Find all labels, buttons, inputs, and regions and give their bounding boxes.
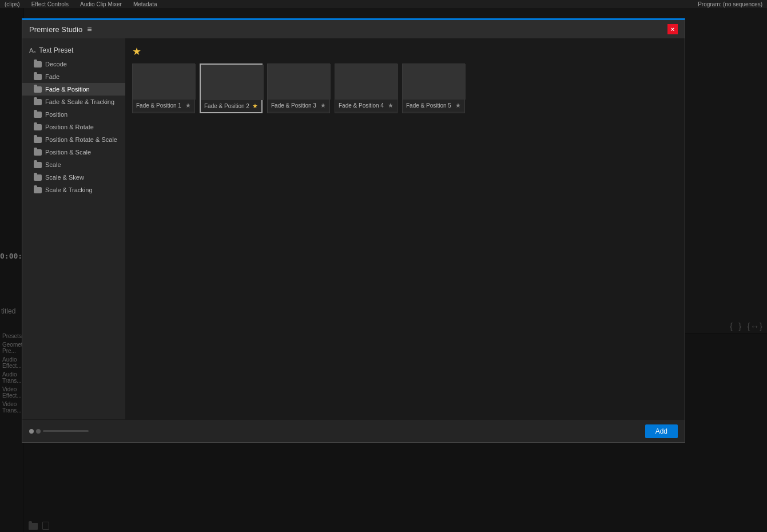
preset-thumbnail-2 xyxy=(201,65,264,100)
folder-icon-scale-tracking xyxy=(34,187,42,193)
folder-icon-scale-skew xyxy=(34,174,42,181)
dialog-title-text: Premiere Studio xyxy=(29,25,82,34)
sidebar-label-scale-tracking: Scale & Tracking xyxy=(45,186,93,193)
sidebar-item-fade-scale-tracking[interactable]: Fade & Scale & Tracking xyxy=(22,96,125,108)
main-content: ★ Fade & Position 1 ★ xyxy=(125,38,685,419)
preset-card-2[interactable]: Fade & Position 2 ★ xyxy=(200,63,263,113)
dialog-close-button[interactable]: × xyxy=(667,24,678,34)
preset-name-4: Fade & Position 4 xyxy=(339,102,384,109)
preset-name-1: Fade & Position 1 xyxy=(136,102,181,109)
sidebar-label-scale: Scale xyxy=(45,161,61,168)
sidebar-label-fade: Fade xyxy=(45,73,59,80)
preset-thumbnail-4 xyxy=(335,64,398,100)
sidebar-label-position: Position xyxy=(45,111,67,118)
folder-icon-decode xyxy=(34,61,42,68)
sidebar-item-position-rotate[interactable]: Position & Rotate xyxy=(22,121,125,133)
preset-thumbnail-5 xyxy=(403,64,466,100)
sidebar-label-scale-skew: Scale & Skew xyxy=(45,174,84,181)
zoom-slider[interactable] xyxy=(43,430,89,432)
preset-name-2: Fade & Position 2 xyxy=(204,103,249,109)
top-bar-program[interactable]: Program: (no sequences) xyxy=(698,1,762,7)
sidebar-label-fade-position: Fade & Position xyxy=(45,86,90,93)
top-bar-effect-controls[interactable]: Effect Controls xyxy=(31,1,69,7)
sidebar-item-fade-position[interactable]: Fade & Position xyxy=(22,83,125,96)
sidebar-label-fade-scale-tracking: Fade & Scale & Tracking xyxy=(45,98,114,105)
preset-card-4[interactable]: Fade & Position 4 ★ xyxy=(335,63,398,113)
preset-label-1: Fade & Position 1 ★ xyxy=(133,100,194,112)
app-top-bar: (clips) Effect Controls Audio Clip Mixer… xyxy=(0,0,767,8)
presets-grid: Fade & Position 1 ★ Fade & Position 2 ★ xyxy=(132,63,678,113)
sidebar-label-position-rotate-scale: Position & Rotate & Scale xyxy=(45,136,117,143)
folder-icon-scale xyxy=(34,162,42,168)
top-bar-metadata[interactable]: Metadata xyxy=(133,1,157,7)
preset-card-1[interactable]: Fade & Position 1 ★ xyxy=(132,63,195,113)
sidebar-label-decode: Decode xyxy=(45,61,67,68)
pagination-dot-2 xyxy=(36,429,41,434)
preset-name-5: Fade & Position 5 xyxy=(406,102,451,109)
folder-icon-position-rotate-scale xyxy=(34,137,42,143)
sidebar-item-scale[interactable]: Scale xyxy=(22,158,125,171)
sidebar-item-scale-tracking[interactable]: Scale & Tracking xyxy=(22,184,125,196)
preset-label-4: Fade & Position 4 ★ xyxy=(335,100,397,112)
preset-card-5[interactable]: Fade & Position 5 ★ xyxy=(402,63,465,113)
dialog-title: Premiere Studio ≡ xyxy=(29,25,92,34)
dialog-overlay: Premiere Studio ≡ × Aₐ Text Preset Decod… xyxy=(0,8,767,532)
dialog-menu-icon[interactable]: ≡ xyxy=(87,25,92,34)
star-filter-area: ★ xyxy=(132,45,678,58)
folder-icon-fade-position xyxy=(34,86,42,93)
sidebar-item-decode[interactable]: Decode xyxy=(22,58,125,70)
pagination-dot-1 xyxy=(29,429,34,434)
folder-icon-position-scale xyxy=(34,149,42,156)
sidebar-item-scale-skew[interactable]: Scale & Skew xyxy=(22,171,125,184)
dialog-body: Aₐ Text Preset Decode Fade Fade & Positi… xyxy=(22,38,685,419)
text-preset-icon: Aₐ xyxy=(29,47,35,54)
footer-pagination xyxy=(29,429,89,434)
sidebar-item-position-rotate-scale[interactable]: Position & Rotate & Scale xyxy=(22,133,125,146)
sidebar: Aₐ Text Preset Decode Fade Fade & Positi… xyxy=(22,38,125,419)
preset-thumbnail-1 xyxy=(133,64,196,100)
sidebar-item-fade[interactable]: Fade xyxy=(22,70,125,83)
preset-dialog: Premiere Studio ≡ × Aₐ Text Preset Decod… xyxy=(22,18,685,443)
sidebar-label-position-scale: Position & Scale xyxy=(45,149,91,156)
preset-star-1[interactable]: ★ xyxy=(185,102,191,109)
folder-icon-fade xyxy=(34,74,42,80)
preset-label-3: Fade & Position 3 ★ xyxy=(268,100,329,112)
star-filter-icon[interactable]: ★ xyxy=(132,46,141,57)
dialog-footer: Add xyxy=(22,419,685,442)
folder-icon-position-rotate xyxy=(34,124,42,130)
top-bar-clips[interactable]: (clips) xyxy=(5,1,20,7)
preset-label-2: Fade & Position 2 ★ xyxy=(201,100,261,112)
sidebar-label-position-rotate: Position & Rotate xyxy=(45,124,94,130)
add-button[interactable]: Add xyxy=(645,424,678,438)
folder-icon-position xyxy=(34,112,42,118)
sidebar-section-header: Aₐ Text Preset xyxy=(22,43,125,58)
preset-name-3: Fade & Position 3 xyxy=(271,102,316,109)
preset-card-3[interactable]: Fade & Position 3 ★ xyxy=(267,63,330,113)
preset-star-4[interactable]: ★ xyxy=(388,102,394,109)
sidebar-item-position-scale[interactable]: Position & Scale xyxy=(22,146,125,158)
sidebar-item-position[interactable]: Position xyxy=(22,108,125,121)
sidebar-section-title: Text Preset xyxy=(39,46,73,54)
preset-label-5: Fade & Position 5 ★ xyxy=(403,100,464,112)
preset-thumbnail-3 xyxy=(268,64,331,100)
top-bar-audio-clip-mixer[interactable]: Audio Clip Mixer xyxy=(80,1,122,7)
preset-star-2[interactable]: ★ xyxy=(252,102,258,110)
preset-star-3[interactable]: ★ xyxy=(320,102,326,109)
dialog-title-bar: Premiere Studio ≡ × xyxy=(22,20,685,38)
folder-icon-fade-scale-tracking xyxy=(34,99,42,105)
preset-star-5[interactable]: ★ xyxy=(455,102,461,109)
